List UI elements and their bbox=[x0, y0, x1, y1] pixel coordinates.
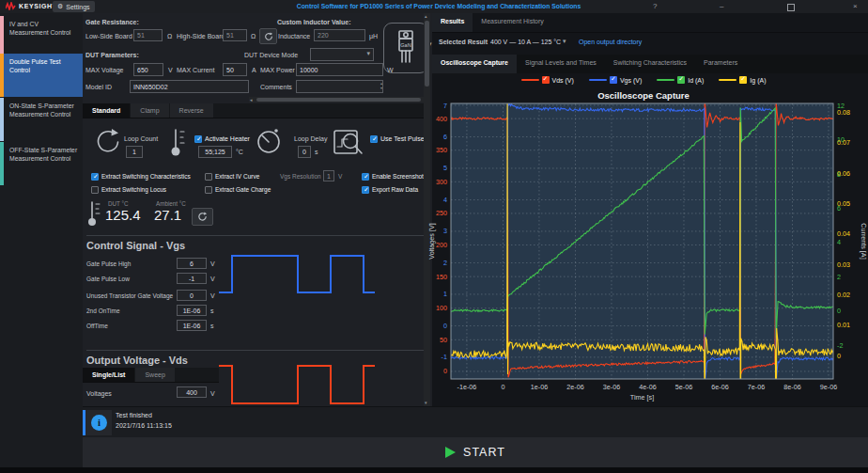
scroll-up-icon[interactable]: ▴ bbox=[425, 14, 427, 19]
svg-text:2: 2 bbox=[443, 259, 447, 267]
svg-text:0: 0 bbox=[837, 307, 841, 315]
maximize-button[interactable] bbox=[787, 4, 795, 11]
tab-single-list[interactable]: Single/List bbox=[83, 368, 135, 382]
scrollbar-thumb[interactable] bbox=[425, 21, 429, 87]
svg-text:6e-06: 6e-06 bbox=[711, 383, 728, 391]
extract-switching-characteristics-checkbox[interactable] bbox=[91, 173, 99, 181]
svg-text:0.02: 0.02 bbox=[837, 291, 850, 299]
model-id-label: Model ID bbox=[85, 84, 112, 90]
max-current-input[interactable] bbox=[223, 63, 247, 76]
test-configuration-panel: Gate Resistance: Low-Side Board Ω High-S… bbox=[83, 13, 432, 406]
log-entry-icon-box[interactable]: i bbox=[85, 410, 112, 435]
sidebar-item-iv-cv[interactable]: IV and CV Measurement Control bbox=[0, 16, 83, 54]
second-ontime-input[interactable] bbox=[177, 305, 207, 316]
inductance-input[interactable] bbox=[314, 29, 365, 41]
loop-delay-input[interactable] bbox=[298, 146, 311, 158]
refresh-temperature-button[interactable] bbox=[192, 208, 213, 226]
unused-gate-voltage-input[interactable] bbox=[177, 290, 207, 301]
chart-legend: Vds (V) Vgs (V) Id (A) Ig (A) bbox=[432, 76, 855, 84]
sidebar-item-double-pulse[interactable]: Double Pulse Test Control bbox=[0, 54, 83, 97]
scroll-left-icon[interactable]: ◂ bbox=[250, 98, 253, 102]
extract-gate-charge-checkbox[interactable] bbox=[205, 186, 212, 194]
tab-results[interactable]: Results bbox=[432, 13, 473, 32]
scrollbar-thumb[interactable] bbox=[256, 98, 421, 102]
comments-input[interactable] bbox=[296, 80, 383, 93]
sidebar-item-on-state[interactable]: ON-State S-Parameter Measurement Control bbox=[0, 98, 83, 141]
selected-result-value[interactable]: 400 V — 10 A — 125 °C bbox=[490, 39, 561, 45]
sidebar-item-label: ON-State S-Parameter Measurement Control bbox=[9, 102, 74, 118]
unused-gate-voltage-unit: V bbox=[210, 292, 215, 299]
low-side-board-input[interactable] bbox=[133, 29, 163, 41]
heater-setpoint-input[interactable] bbox=[198, 146, 232, 158]
gear-icon: ⚙ bbox=[57, 3, 63, 10]
minimize-button[interactable]: – bbox=[720, 3, 723, 10]
enable-screenshots-label: Enable Screenshots bbox=[372, 173, 426, 180]
sidebar-strip bbox=[0, 142, 4, 185]
high-side-board-input[interactable] bbox=[223, 29, 247, 41]
legend-id-checkbox[interactable] bbox=[677, 76, 685, 84]
results-tabstrip: Results Measurement History bbox=[432, 13, 868, 33]
help-button[interactable]: ? bbox=[653, 3, 657, 10]
dut-device-mode-dropdown[interactable]: ▾ bbox=[310, 48, 374, 61]
loop-count-input[interactable] bbox=[126, 146, 143, 158]
voltages-label: Voltages bbox=[86, 390, 112, 397]
svg-text:0.03: 0.03 bbox=[837, 260, 850, 269]
subtab-signal-levels[interactable]: Signal Levels and Times bbox=[517, 55, 605, 73]
max-power-input[interactable] bbox=[296, 63, 383, 76]
legend-vgs-checkbox[interactable] bbox=[610, 76, 617, 84]
tab-standard[interactable]: Standard bbox=[83, 103, 131, 118]
svg-text:2: 2 bbox=[837, 273, 841, 281]
pulse-mode-tabstrip: Standard Clamp Reverse bbox=[83, 103, 426, 118]
voltages-input[interactable] bbox=[177, 386, 207, 398]
sidebar-item-off-state[interactable]: OFF-State S-Parameter Measurement Contro… bbox=[0, 142, 83, 185]
close-button[interactable]: × bbox=[853, 3, 858, 10]
keysight-spark-icon bbox=[6, 2, 16, 10]
vgs-resolution-input[interactable] bbox=[323, 170, 334, 181]
tab-measurement-history[interactable]: Measurement History bbox=[473, 13, 552, 32]
log-message: Test finished bbox=[116, 412, 152, 418]
oscilloscope-chart: 40035030025020015010050076543210-1121086… bbox=[427, 89, 868, 406]
extract-iv-curve-checkbox[interactable] bbox=[205, 173, 212, 181]
settings-button[interactable]: ⚙ Settings bbox=[53, 1, 95, 12]
model-id-input[interactable] bbox=[130, 80, 249, 93]
subtab-switching-characteristics[interactable]: Switching Characteristics bbox=[605, 55, 695, 73]
legend-vds-checkbox[interactable] bbox=[542, 76, 550, 84]
max-voltage-input[interactable] bbox=[133, 63, 163, 76]
export-raw-data-checkbox[interactable] bbox=[362, 186, 369, 194]
tab-reverse[interactable]: Reverse bbox=[170, 103, 214, 118]
gate-pulse-low-input[interactable] bbox=[177, 273, 207, 284]
subtab-parameters[interactable]: Parameters bbox=[695, 55, 746, 73]
vgs-resolution-unit: V bbox=[338, 173, 342, 180]
loop-delay-unit: s bbox=[315, 149, 318, 155]
subtab-oscilloscope-capture[interactable]: Oscilloscope Capture bbox=[432, 55, 517, 73]
use-test-pulse-checkbox[interactable] bbox=[370, 135, 378, 143]
selected-result-chevron-icon[interactable]: ▾ bbox=[563, 38, 566, 45]
refresh-resistance-button[interactable] bbox=[259, 28, 277, 44]
vgs-resolution-label: Vgs Resolution bbox=[280, 173, 321, 180]
sidebar-item-label: Double Pulse Test Control bbox=[9, 58, 61, 73]
start-button[interactable]: START bbox=[445, 446, 505, 459]
svg-text:0.08: 0.08 bbox=[837, 108, 850, 117]
svg-text:9e-06: 9e-06 bbox=[820, 383, 837, 391]
legend-line-swatch bbox=[657, 79, 674, 82]
svg-text:GaN: GaN bbox=[400, 42, 411, 48]
open-output-directory-link[interactable]: Open output directory bbox=[579, 39, 642, 45]
spinner-down-icon[interactable]: ▾ bbox=[380, 87, 382, 90]
control-signal-title: Control Signal - Vgs bbox=[86, 240, 185, 251]
legend-item-id: Id (A) bbox=[657, 76, 704, 84]
unused-gate-voltage-label: Unused Transistor Gate Voltage bbox=[86, 292, 173, 299]
gate-pulse-high-input[interactable] bbox=[177, 258, 207, 269]
offtime-input[interactable] bbox=[177, 320, 207, 331]
transistor-icon: GaN bbox=[393, 30, 419, 64]
extract-switching-locus-checkbox[interactable] bbox=[91, 186, 99, 194]
enable-screenshots-checkbox[interactable] bbox=[362, 173, 369, 181]
tab-sweep[interactable]: Sweep bbox=[135, 368, 175, 382]
svg-text:3e-06: 3e-06 bbox=[603, 383, 620, 391]
activate-heater-checkbox[interactable] bbox=[194, 135, 202, 143]
svg-text:0.04: 0.04 bbox=[837, 229, 850, 238]
activate-heater-label: Activate Heater bbox=[205, 135, 250, 142]
legend-ig-checkbox[interactable] bbox=[739, 76, 747, 84]
tab-clamp[interactable]: Clamp bbox=[131, 103, 169, 118]
form-horizontal-scrollbar[interactable]: ◂ ▸ bbox=[249, 97, 430, 102]
device-package-panel[interactable]: GaN bbox=[383, 23, 428, 73]
